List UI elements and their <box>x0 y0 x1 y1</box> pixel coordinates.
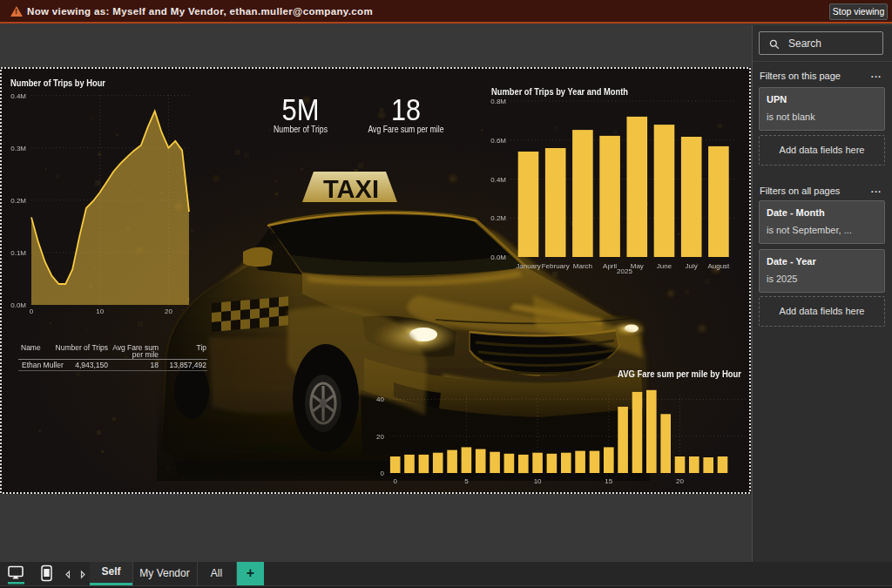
svg-text:13,857,492: 13,857,492 <box>169 361 206 369</box>
svg-text:Number of Trips: Number of Trips <box>274 124 328 134</box>
svg-text:Avg Fare sum per mile: Avg Fare sum per mile <box>368 124 444 134</box>
svg-text:20: 20 <box>376 433 384 441</box>
svg-text:May: May <box>631 262 644 270</box>
svg-text:AVG Fare sum per mile by Hour: AVG Fare sum per mile by Hour <box>618 368 741 379</box>
svg-text:20: 20 <box>676 477 684 485</box>
svg-text:0.1M: 0.1M <box>10 249 26 257</box>
svg-text:0: 0 <box>30 308 34 315</box>
svg-text:0.2M: 0.2M <box>10 197 26 205</box>
svg-text:0: 0 <box>393 477 397 485</box>
svg-text:0.4M: 0.4M <box>10 92 26 100</box>
svg-text:0.3M: 0.3M <box>10 145 26 152</box>
svg-text:Name: Name <box>21 343 41 352</box>
svg-text:0.4M: 0.4M <box>490 176 506 184</box>
svg-text:18: 18 <box>391 92 421 126</box>
svg-text:18: 18 <box>151 361 159 369</box>
svg-text:Number of Trips by Year and Mo: Number of Trips by Year and Month <box>491 86 628 97</box>
svg-text:0.0M: 0.0M <box>490 253 506 261</box>
svg-text:TAXI: TAXI <box>323 174 379 203</box>
svg-text:0.6M: 0.6M <box>490 137 506 145</box>
svg-text:August: August <box>707 262 730 270</box>
svg-text:April: April <box>603 262 617 270</box>
svg-text:June: June <box>657 262 672 270</box>
svg-text:5: 5 <box>464 477 469 485</box>
svg-text:January: January <box>516 262 540 270</box>
svg-text:0.2M: 0.2M <box>490 214 506 222</box>
svg-text:2025: 2025 <box>617 267 632 275</box>
svg-text:Number of Trips: Number of Trips <box>56 343 108 352</box>
svg-text:5M: 5M <box>282 92 320 126</box>
svg-text:10: 10 <box>96 308 104 315</box>
svg-text:4,943,150: 4,943,150 <box>75 361 108 369</box>
svg-text:Number of Trips by Hour: Number of Trips by Hour <box>10 78 105 88</box>
svg-text:40: 40 <box>376 395 384 403</box>
svg-text:0: 0 <box>381 470 385 477</box>
svg-text:Ethan Muller: Ethan Muller <box>22 361 64 369</box>
svg-text:10: 10 <box>534 477 542 485</box>
svg-text:0.0M: 0.0M <box>10 301 26 309</box>
svg-text:per mile: per mile <box>132 350 159 359</box>
svg-text:July: July <box>686 262 698 270</box>
svg-text:February: February <box>542 262 570 270</box>
svg-text:20: 20 <box>165 308 172 315</box>
svg-text:0.8M: 0.8M <box>490 98 506 105</box>
svg-text:15: 15 <box>605 477 612 485</box>
svg-text:March: March <box>573 262 592 270</box>
svg-text:Tip: Tip <box>197 343 207 352</box>
